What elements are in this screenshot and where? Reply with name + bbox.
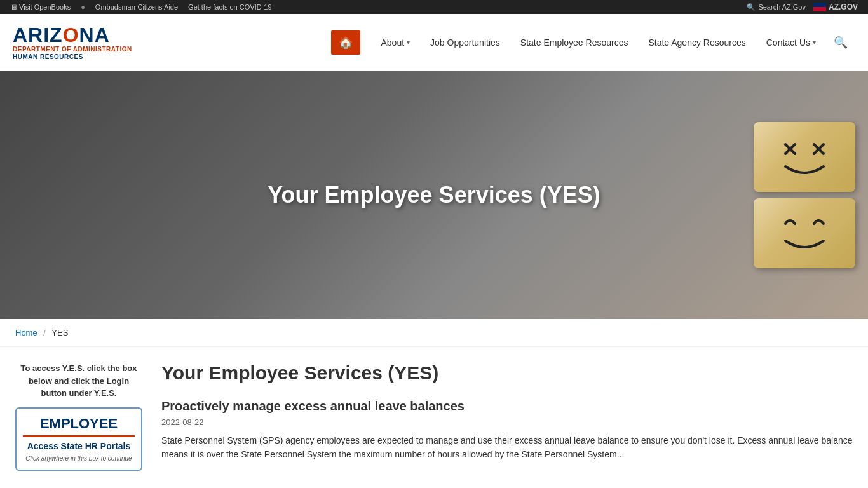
logo-area: ARIZONA DEPARTMENT OF ADMINISTRATION HUM… (13, 25, 153, 60)
main-content: To access Y.E.S. click the box below and… (0, 347, 868, 486)
nav-about[interactable]: About ▾ (370, 32, 420, 53)
logo-dept-line2: HUMAN RESOURCES (13, 53, 153, 60)
az-gov-badge: AZ.GOV (813, 3, 858, 11)
article-section1-heading: Proactively manage excess annual leave b… (161, 399, 853, 414)
wood-block-top (754, 122, 855, 192)
nav-job-opportunities[interactable]: Job Opportunities (420, 32, 510, 53)
sidebar-note: To access Y.E.S. click the box below and… (15, 362, 142, 400)
nav-about-label: About (381, 37, 404, 48)
breadcrumb-home-link[interactable]: Home (15, 328, 37, 337)
nav-contact-us[interactable]: Contact Us ▾ (756, 32, 826, 53)
hero-blocks-decoration (601, 71, 868, 319)
smiley-happy-icon (773, 132, 836, 182)
search-az-label: Search AZ.Gov (758, 3, 806, 11)
portal-click-label: Click anywhere in this box to continue (23, 455, 135, 462)
employee-portal-box[interactable]: EMPLOYEE Access State HR Portals Click a… (15, 407, 142, 471)
search-icon-small: 🔍 (747, 3, 756, 11)
portal-title: EMPLOYEE (23, 416, 135, 431)
nav-job-label: Job Opportunities (430, 37, 500, 48)
sidebar: To access Y.E.S. click the box below and… (15, 362, 142, 471)
hero-section: Your Employee Services (YES) (0, 71, 868, 319)
article-title: Your Employee Services (YES) (161, 362, 853, 384)
logo-o: O (63, 24, 79, 46)
home-nav-button[interactable]: 🏠 (331, 30, 360, 55)
nav-contact-label: Contact Us (766, 37, 810, 48)
az-gov-label: AZ.GOV (829, 3, 858, 11)
breadcrumb: Home / YES (0, 319, 868, 347)
dot-separator: ● (81, 3, 85, 11)
nav-agency-label: State Agency Resources (648, 37, 745, 48)
wood-block-bottom (754, 198, 855, 268)
logo-dept-line1: DEPARTMENT OF ADMINISTRATION (13, 45, 153, 53)
search-button[interactable]: 🔍 (826, 30, 855, 55)
site-header: ARIZONA DEPARTMENT OF ADMINISTRATION HUM… (0, 14, 868, 71)
top-bar-right: 🔍 Search AZ.Gov AZ.GOV (747, 3, 858, 11)
top-bar-links: 🖥 Visit OpenBooks ● Ombudsman-Citizens A… (10, 3, 272, 11)
openbooks-link[interactable]: 🖥 Visit OpenBooks (10, 3, 71, 11)
breadcrumb-current: YES (51, 328, 68, 337)
nav-state-agency-resources[interactable]: State Agency Resources (638, 32, 756, 53)
az-flag-icon (813, 3, 826, 11)
logo-arizona[interactable]: ARIZONA (13, 25, 153, 45)
ombudsman-link[interactable]: Ombudsman-Citizens Aide (95, 3, 178, 11)
article-body: State Personnel System (SPS) agency empl… (161, 433, 853, 462)
top-bar: 🖥 Visit OpenBooks ● Ombudsman-Citizens A… (0, 0, 868, 14)
main-nav: 🏠 About ▾ Job Opportunities State Employ… (153, 30, 855, 55)
nav-state-employee-resources[interactable]: State Employee Resources (510, 32, 639, 53)
chevron-down-icon-contact: ▾ (813, 39, 816, 46)
nav-employee-label: State Employee Resources (520, 37, 628, 48)
search-az-link[interactable]: 🔍 Search AZ.Gov (747, 3, 806, 11)
monitor-icon: 🖥 (10, 3, 17, 11)
portal-subtitle: Access State HR Portals (23, 441, 135, 451)
article-content: Your Employee Services (YES) Proactively… (161, 362, 853, 471)
breadcrumb-separator: / (43, 328, 46, 337)
chevron-down-icon: ▾ (407, 39, 410, 46)
article-date: 2022-08-22 (161, 417, 853, 427)
portal-divider (23, 435, 135, 437)
smiley-happy-eyes-icon (773, 208, 836, 259)
covid-link[interactable]: Get the facts on COVID-19 (188, 3, 271, 11)
hero-title: Your Employee Services (YES) (242, 182, 626, 208)
openbooks-label: Visit OpenBooks (19, 3, 71, 11)
